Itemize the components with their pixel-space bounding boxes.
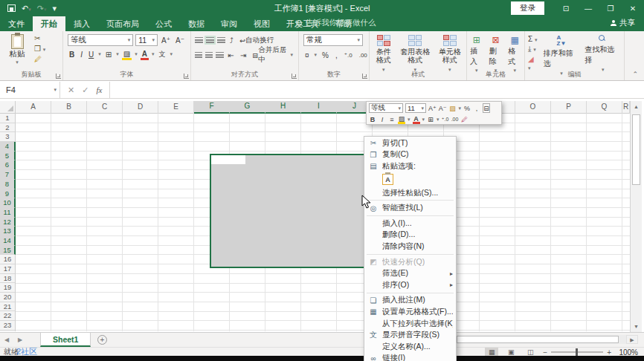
mini-brush-icon[interactable]: 🖉 xyxy=(461,114,468,124)
scroll-up-icon[interactable]: ▲ xyxy=(631,101,642,112)
decrease-indent-icon[interactable]: ⇤ xyxy=(227,49,236,61)
accounting-format-icon[interactable]: ¤ xyxy=(303,49,311,61)
zoom-in-icon[interactable]: + xyxy=(607,348,611,357)
horizontal-scrollbar[interactable]: ▶ xyxy=(454,334,638,345)
ribbon-display-options-icon[interactable]: ⊡ xyxy=(555,0,577,16)
number-dialog-launcher-icon[interactable] xyxy=(362,74,367,79)
borders-button[interactable]: ⊞ xyxy=(104,48,113,60)
number-format-combo[interactable]: 常规▾ xyxy=(303,34,363,46)
row-header[interactable]: 11 xyxy=(0,208,16,218)
row-header[interactable]: 1 xyxy=(0,114,15,123)
font-name-combo[interactable]: 等线▾ xyxy=(68,34,133,46)
italic-button[interactable]: I xyxy=(79,48,84,60)
increase-decimal-icon[interactable]: ⁺.0 xyxy=(343,49,354,61)
phonetic-button[interactable]: 文 xyxy=(157,48,167,60)
tab-review[interactable]: 审阅 xyxy=(213,16,245,31)
mini-merge-center-icon[interactable]: ⊟ xyxy=(483,103,490,113)
decrease-font-icon[interactable]: A⁻ xyxy=(174,34,186,46)
mini-fill-color-icon[interactable]: ▨ xyxy=(398,114,405,124)
vertical-scrollbar-thumb[interactable] xyxy=(632,114,640,185)
sheet-nav-left-icon[interactable]: ◀ xyxy=(0,333,13,347)
restore-button[interactable]: ❐ xyxy=(599,0,622,16)
zoom-slider[interactable] xyxy=(551,351,603,353)
login-button[interactable]: 登录 xyxy=(511,1,544,15)
column-header[interactable]: P xyxy=(551,101,587,114)
zoom-level[interactable]: 100% xyxy=(617,348,638,357)
sheet-tab-sheet1[interactable]: Sheet1 xyxy=(40,333,91,347)
menu-item-pick-from-list[interactable]: 从下拉列表中选择(K)... xyxy=(364,318,456,330)
minimize-button[interactable]: — xyxy=(577,0,599,16)
menu-item-insert-comment[interactable]: ❏插入批注(M) xyxy=(364,295,456,307)
align-bottom-icon[interactable] xyxy=(217,37,225,43)
mini-increase-font-icon[interactable]: A⁺ xyxy=(428,103,437,113)
tab-view[interactable]: 视图 xyxy=(245,16,278,31)
clipboard-dialog-launcher-icon[interactable] xyxy=(56,74,61,79)
clear-button[interactable]: ◢ ▾ xyxy=(528,55,538,71)
row-header[interactable]: 16 xyxy=(0,255,15,264)
row-header[interactable]: 10 xyxy=(0,198,16,208)
mini-decrease-font-icon[interactable]: A⁻ xyxy=(439,103,447,113)
insert-function-icon[interactable]: fx xyxy=(96,85,102,94)
row-header[interactable]: 7 xyxy=(0,170,16,180)
wrap-text-button[interactable]: ↩ 自动换行 xyxy=(238,34,275,46)
paste-button[interactable]: 粘贴 ▾ xyxy=(4,34,30,73)
copy-button[interactable]: ❐ ▾ xyxy=(34,45,45,53)
mini-format-painter-icon[interactable]: ▨ xyxy=(449,103,457,113)
mini-decrease-decimal-icon[interactable]: .00 xyxy=(451,114,459,124)
bold-button[interactable]: B xyxy=(68,48,76,60)
vertical-scrollbar[interactable]: ▲ ▼ xyxy=(630,101,642,332)
font-dialog-launcher-icon[interactable] xyxy=(184,74,189,79)
comma-style-icon[interactable]: , xyxy=(334,49,339,61)
row-header[interactable]: 17 xyxy=(0,264,15,274)
redo-icon[interactable]: ↷▾ xyxy=(37,4,47,13)
select-all-corner[interactable] xyxy=(0,101,16,114)
name-box-dropdown-icon[interactable]: ▾ xyxy=(54,87,57,93)
mini-align-icon[interactable]: ≡ xyxy=(388,114,396,124)
menu-item-format-cells[interactable]: ▦设置单元格格式(F)... xyxy=(364,306,456,318)
row-header[interactable]: 20 xyxy=(0,293,15,302)
customize-qat-icon[interactable]: ▾ xyxy=(52,4,57,13)
align-right-icon[interactable] xyxy=(216,52,223,58)
row-header[interactable]: 4 xyxy=(0,142,16,152)
menu-item-paste-options[interactable]: ▤粘贴选项: xyxy=(364,160,456,172)
name-box[interactable]: F4 ▾ xyxy=(0,82,60,98)
increase-indent-icon[interactable]: ⇥ xyxy=(239,49,248,61)
menu-item-define-name[interactable]: 定义名称(A)... xyxy=(364,341,456,353)
format-painter-button[interactable]: 🖉 xyxy=(34,55,45,63)
menu-item-smart-lookup[interactable]: ◎智能查找(L) xyxy=(364,202,456,214)
mini-percent-icon[interactable]: % xyxy=(463,103,471,113)
menu-item-cut[interactable]: ✂剪切(T) xyxy=(364,137,456,149)
underline-button[interactable]: U xyxy=(87,48,95,60)
tab-insert[interactable]: 插入 xyxy=(65,16,98,31)
row-header[interactable]: 13 xyxy=(0,227,16,236)
new-sheet-button[interactable]: + xyxy=(91,333,113,347)
column-header[interactable]: R xyxy=(622,101,630,114)
column-header[interactable]: F xyxy=(194,101,230,114)
sheet-nav-right-icon[interactable]: ▶ xyxy=(13,333,27,347)
paste-keep-source-formatting-icon[interactable]: A xyxy=(382,174,393,185)
column-header[interactable]: D xyxy=(123,101,158,114)
menu-item-link[interactable]: ∞链接(I) xyxy=(364,353,456,361)
fill-button[interactable]: ⤓ ▾ xyxy=(528,45,538,53)
merge-center-button[interactable]: ⊟ 合并后居中 ▾ xyxy=(251,49,294,61)
save-icon[interactable] xyxy=(7,4,16,12)
zoom-out-icon[interactable]: − xyxy=(543,348,547,357)
selected-range[interactable] xyxy=(210,154,389,268)
cut-button[interactable]: ✂ xyxy=(34,34,45,42)
share-button[interactable]: 共享 xyxy=(602,18,644,31)
mini-italic-icon[interactable]: I xyxy=(379,114,386,124)
undo-icon[interactable]: ↶▾ xyxy=(22,4,31,13)
font-size-combo[interactable]: 11▾ xyxy=(135,34,158,46)
row-header[interactable]: 12 xyxy=(0,218,16,227)
percent-style-icon[interactable]: % xyxy=(321,49,330,61)
menu-item-paste-special[interactable]: 选择性粘贴(S)... xyxy=(364,187,456,199)
row-header[interactable]: 19 xyxy=(0,283,15,293)
mini-font-color-icon[interactable]: A xyxy=(413,114,420,124)
row-header[interactable]: 5 xyxy=(0,152,16,161)
row-header[interactable]: 14 xyxy=(0,236,16,246)
mini-font-name-combo[interactable]: 等线▾ xyxy=(369,103,403,113)
menu-item-sort[interactable]: 排序(O)▸ xyxy=(364,279,456,291)
row-header[interactable]: 23 xyxy=(0,321,15,331)
tab-page-layout[interactable]: 页面布局 xyxy=(98,16,147,31)
menu-item-show-phonetic[interactable]: 文显示拼音字段(S) xyxy=(364,329,456,341)
